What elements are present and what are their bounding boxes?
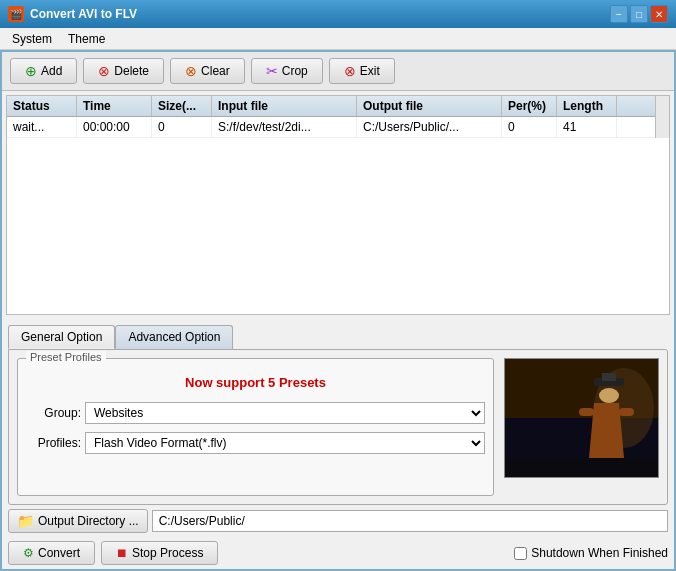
exit-icon: ⊗ bbox=[344, 63, 356, 79]
header-per: Per(%) bbox=[502, 96, 557, 116]
window-title: Convert AVI to FLV bbox=[30, 7, 137, 21]
tab-advanced[interactable]: Advanced Option bbox=[115, 325, 233, 349]
shutdown-checkbox-area: Shutdown When Finished bbox=[514, 546, 668, 560]
profiles-row: Profiles: Flash Video Format(*.flv)FLV 3… bbox=[26, 432, 485, 454]
output-dir-input[interactable] bbox=[152, 510, 668, 532]
profiles-label: Profiles: bbox=[26, 436, 81, 450]
minimize-button[interactable]: − bbox=[610, 5, 628, 23]
svg-rect-9 bbox=[619, 408, 634, 416]
preview-image bbox=[504, 358, 659, 478]
tabs: General Option Advanced Option bbox=[8, 325, 668, 349]
group-select[interactable]: WebsitesMobileHDWebCustom bbox=[85, 402, 485, 424]
header-length: Length bbox=[557, 96, 617, 116]
table-header: Status Time Size(... Input file Output f… bbox=[7, 96, 655, 117]
preset-group-label: Preset Profiles bbox=[26, 351, 106, 363]
header-input: Input file bbox=[212, 96, 357, 116]
svg-rect-6 bbox=[602, 373, 616, 381]
add-button[interactable]: ⊕ Add bbox=[10, 58, 77, 84]
file-list-area: Status Time Size(... Input file Output f… bbox=[6, 95, 670, 315]
scrollbar[interactable] bbox=[655, 96, 669, 138]
stop-icon: ⏹ bbox=[116, 546, 128, 560]
menu-bar: System Theme bbox=[0, 28, 676, 50]
shutdown-label: Shutdown When Finished bbox=[531, 546, 668, 560]
table-row[interactable]: wait... 00:00:00 0 S:/f/dev/test/2di... … bbox=[7, 117, 655, 138]
tabs-area: General Option Advanced Option bbox=[2, 319, 674, 349]
app-icon: 🎬 bbox=[8, 6, 24, 22]
menu-theme[interactable]: Theme bbox=[60, 30, 113, 48]
stop-process-button[interactable]: ⏹ Stop Process bbox=[101, 541, 218, 565]
preset-profiles-group: Preset Profiles Now support 5 Presets Gr… bbox=[17, 358, 494, 496]
close-button[interactable]: ✕ bbox=[650, 5, 668, 23]
header-output: Output file bbox=[357, 96, 502, 116]
output-dir-button[interactable]: 📁 Output Directory ... bbox=[8, 509, 148, 533]
clear-icon: ⊗ bbox=[185, 63, 197, 79]
clear-button[interactable]: ⊗ Clear bbox=[170, 58, 245, 84]
add-icon: ⊕ bbox=[25, 63, 37, 79]
header-status: Status bbox=[7, 96, 77, 116]
convert-button[interactable]: ⚙ Convert bbox=[8, 541, 95, 565]
group-label: Group: bbox=[26, 406, 81, 420]
svg-rect-8 bbox=[579, 408, 594, 416]
svg-rect-10 bbox=[504, 458, 659, 478]
bottom-bar: ⚙ Convert ⏹ Stop Process Shutdown When F… bbox=[8, 541, 668, 565]
crop-icon: ✂ bbox=[266, 63, 278, 79]
preview-area bbox=[504, 358, 659, 478]
group-row: Group: WebsitesMobileHDWebCustom bbox=[26, 402, 485, 424]
delete-icon: ⊗ bbox=[98, 63, 110, 79]
title-bar: 🎬 Convert AVI to FLV − □ ✕ bbox=[0, 0, 676, 28]
title-bar-left: 🎬 Convert AVI to FLV bbox=[8, 6, 137, 22]
svg-rect-4 bbox=[599, 388, 619, 403]
shutdown-checkbox[interactable] bbox=[514, 547, 527, 560]
convert-icon: ⚙ bbox=[23, 546, 34, 560]
output-dir-bar: 📁 Output Directory ... bbox=[8, 509, 668, 533]
header-time: Time bbox=[77, 96, 152, 116]
folder-icon: 📁 bbox=[17, 513, 34, 529]
main-window: ⊕ Add ⊗ Delete ⊗ Clear ✂ Crop ⊗ Exit Sta… bbox=[0, 50, 676, 571]
options-panel: Preset Profiles Now support 5 Presets Gr… bbox=[8, 349, 668, 505]
tab-general[interactable]: General Option bbox=[8, 325, 115, 349]
header-size: Size(... bbox=[152, 96, 212, 116]
preview-svg bbox=[504, 358, 659, 478]
delete-button[interactable]: ⊗ Delete bbox=[83, 58, 164, 84]
preset-support-text: Now support 5 Presets bbox=[26, 375, 485, 390]
toolbar: ⊕ Add ⊗ Delete ⊗ Clear ✂ Crop ⊗ Exit bbox=[2, 52, 674, 91]
menu-system[interactable]: System bbox=[4, 30, 60, 48]
profiles-select[interactable]: Flash Video Format(*.flv)FLV 320x240FLV … bbox=[85, 432, 485, 454]
svg-marker-7 bbox=[589, 403, 624, 458]
title-controls: − □ ✕ bbox=[610, 5, 668, 23]
maximize-button[interactable]: □ bbox=[630, 5, 648, 23]
crop-button[interactable]: ✂ Crop bbox=[251, 58, 323, 84]
table-body: wait... 00:00:00 0 S:/f/dev/test/2di... … bbox=[7, 117, 655, 138]
exit-button[interactable]: ⊗ Exit bbox=[329, 58, 395, 84]
